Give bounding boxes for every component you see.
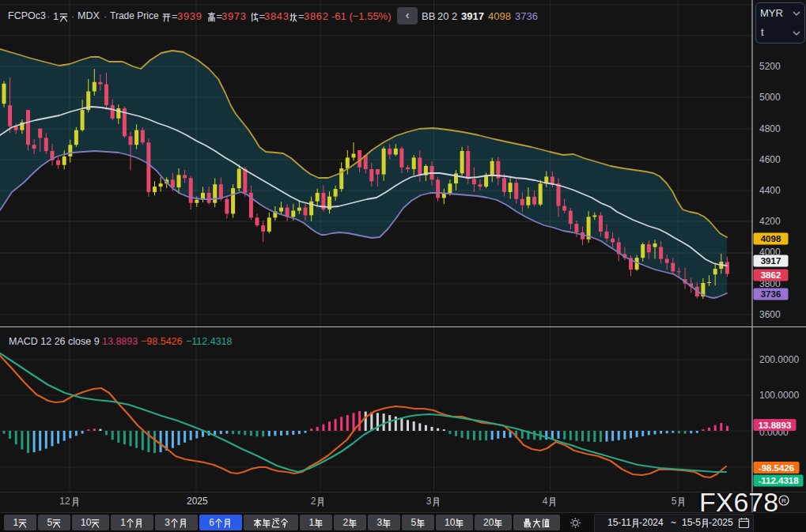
svg-text:4800: 4800	[759, 123, 781, 134]
svg-text:3736: 3736	[761, 289, 781, 299]
svg-text:5200: 5200	[759, 61, 781, 72]
svg-text:4600: 4600	[759, 154, 781, 165]
svg-text:4200: 4200	[759, 216, 781, 227]
svg-text:5000: 5000	[759, 92, 781, 103]
svg-text:-112.4318: -112.4318	[758, 476, 799, 485]
svg-text:-98.5426: -98.5426	[759, 463, 794, 473]
svg-text:4400: 4400	[759, 185, 781, 196]
svg-text:13.8893: 13.8893	[759, 421, 792, 430]
svg-text:3862: 3862	[761, 270, 781, 280]
svg-text:100.0000: 100.0000	[759, 390, 799, 401]
svg-text:4098: 4098	[761, 234, 781, 243]
svg-text:3600: 3600	[759, 309, 781, 320]
svg-text:200.0000: 200.0000	[759, 354, 799, 365]
svg-text:R: R	[781, 497, 786, 504]
svg-text:3917: 3917	[761, 256, 781, 266]
